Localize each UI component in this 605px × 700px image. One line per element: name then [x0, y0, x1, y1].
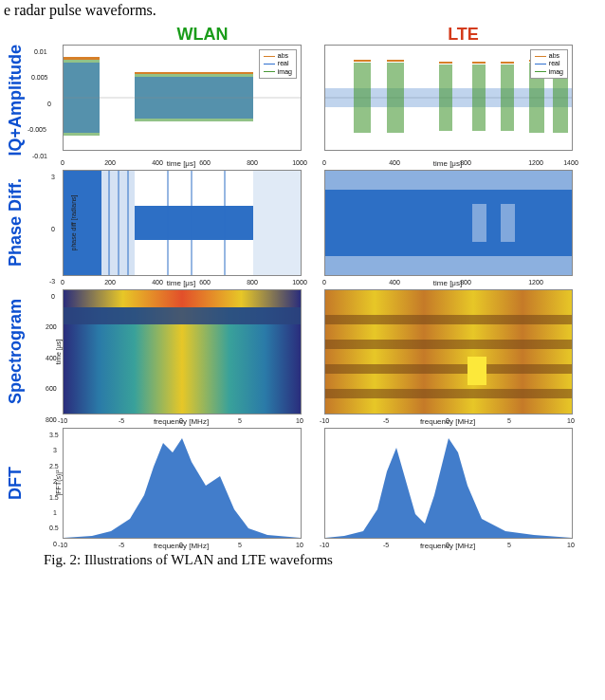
svg-rect-16	[354, 60, 371, 62]
svg-rect-19	[472, 62, 486, 64]
svg-rect-36	[501, 204, 515, 242]
xlabel: time [μs]	[63, 159, 300, 168]
svg-rect-23	[64, 171, 101, 275]
svg-rect-12	[472, 64, 486, 131]
svg-rect-2	[64, 57, 100, 60]
row-label-phase: Phase Diff.	[0, 170, 30, 276]
svg-marker-37	[64, 438, 301, 538]
col-header-wlan: WLAN	[72, 25, 333, 45]
chart-wlan-phase: phase diff [radians] time [μs] 0 200 400…	[30, 170, 300, 276]
chart-lte-spec: frequency [MHz] -10 -5 0 5 10	[305, 289, 575, 414]
svg-rect-9	[354, 63, 371, 133]
svg-rect-17	[387, 60, 404, 62]
svg-rect-11	[439, 64, 452, 131]
svg-rect-5	[135, 72, 253, 74]
page: e radar pulse waveforms. WLAN LTE IQ+Amp…	[0, 0, 605, 568]
chart-wlan-spec: time [μs] frequency [MHz] -10 -5 0 5 10 …	[30, 289, 300, 414]
ylabel: phase diff [radians]	[70, 194, 77, 250]
chart-wlan-iq: abs real imag time [μs] 0 200 400 600 80…	[30, 45, 300, 157]
svg-rect-35	[472, 204, 486, 242]
chart-lte-phase: time [μs] 0 400 800 1200	[305, 170, 575, 276]
row-label-spec: Spectrogram	[0, 289, 30, 414]
svg-rect-10	[387, 63, 404, 133]
svg-rect-18	[439, 62, 452, 64]
col-header-lte: LTE	[333, 25, 594, 45]
legend-iq-lte: abs real imag	[530, 49, 568, 79]
column-headers: WLAN LTE	[72, 25, 605, 45]
svg-rect-13	[501, 64, 514, 131]
xlabel: time [μs]	[63, 279, 300, 287]
row-label-iq: IQ+Amplitude	[0, 45, 30, 157]
top-leading-text: e radar pulse waveforms.	[0, 0, 605, 25]
svg-rect-28	[135, 206, 253, 240]
legend-iq-wlan: abs real imag	[259, 49, 297, 79]
row-dft: DFT |FFT(s)|² frequency [MHz] -10 -5 0 5…	[0, 428, 605, 539]
chart-lte-iq: abs real imag time [μs] 0 400 800 1200 1…	[305, 45, 575, 157]
svg-rect-20	[501, 62, 514, 64]
row-label-dft: DFT	[0, 428, 30, 539]
chart-wlan-dft: |FFT(s)|² frequency [MHz] -10 -5 0 5 10 …	[30, 428, 300, 539]
row-phase: Phase Diff.	[0, 170, 605, 276]
svg-rect-34	[325, 190, 572, 256]
svg-marker-38	[325, 438, 572, 538]
row-spectrogram: Spectrogram time [μs] frequency [MHz] -1…	[0, 289, 605, 414]
chart-lte-dft: frequency [MHz] -10 -5 0 5 10	[305, 428, 575, 539]
row-iq: IQ+Amplitude abs	[0, 45, 605, 157]
svg-rect-32	[253, 171, 301, 275]
